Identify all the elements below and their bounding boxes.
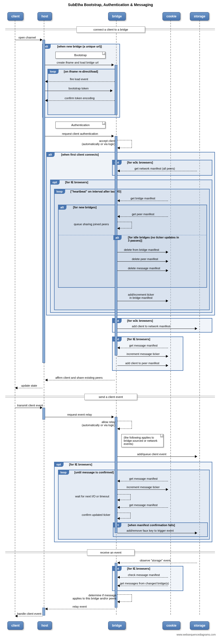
msg-wait-io: wait for next I/O or timeout (75, 495, 109, 498)
arrowhead (117, 347, 120, 349)
arrowhead (166, 355, 168, 358)
group-label: [for new bridges] (73, 206, 97, 209)
msg-add-client-network: add client to network manifest (132, 325, 170, 328)
tag-alt: alt (46, 152, 55, 157)
arrow (117, 489, 168, 490)
msg-allow-relay: allow relay (automatically or via logic) (82, 420, 115, 427)
arrow (120, 507, 168, 508)
arrow (45, 417, 114, 417)
arrow (47, 380, 115, 380)
tag-alt: alt (58, 205, 66, 210)
msg-delete-bridge: delete from bridge manifest (124, 248, 159, 251)
divider-connect: connect a client to a bridge (76, 26, 145, 33)
participant-storage-bottom: storage (190, 621, 209, 630)
arrowhead (45, 379, 47, 381)
arrowhead (195, 327, 197, 330)
activation-bridge-4 (115, 563, 117, 608)
group-label: [until message is confirmed] (74, 471, 114, 474)
participant-cookie-bottom: cookie (162, 621, 180, 630)
msg-faux-key: add/remove faux key to trigger event (127, 529, 174, 532)
arrow (117, 301, 168, 301)
arrowhead (117, 499, 120, 501)
participant-bridge-top: bridge (108, 12, 126, 21)
activation-host-3 (42, 608, 45, 616)
group-label: [for IE browsers] (127, 338, 150, 341)
msg-queue-sharing: queue sharing joined peers (74, 223, 109, 226)
msg-get-bridge: get bridge manifest (131, 197, 155, 200)
activation-host-2 (42, 408, 45, 420)
tag-loop: loop (48, 69, 59, 74)
arrowhead (195, 455, 197, 458)
msg-inc-msg-ticker: increment message ticker (127, 352, 160, 355)
arrow (120, 217, 168, 217)
arrowhead (110, 89, 113, 92)
group-label: [for w3c browsers] (127, 319, 153, 322)
tag-alt-idle: alt (113, 235, 122, 240)
sequence-diagram: client host bridge cookie storage connec… (3, 9, 218, 637)
arrowhead (117, 506, 120, 509)
activation-bridge-3 (115, 417, 117, 533)
msg-check-msg: check message manifest (128, 573, 160, 576)
arrowhead (195, 532, 197, 534)
group-opt-ie-4: opt [for IE browsers] (112, 566, 183, 591)
arrow (117, 271, 168, 271)
activation-bridge-1 (115, 65, 117, 115)
divider-receive: receive an event (87, 549, 134, 556)
arrow (120, 577, 168, 578)
msg-get-changed: get messages from changed bridge(s) (120, 582, 169, 585)
arrowhead (117, 600, 120, 603)
participant-client-top: client (7, 12, 23, 21)
arrow (15, 408, 42, 408)
msg-affirm-client: affirm client and share existing peers (55, 376, 103, 379)
arrow (120, 563, 197, 563)
arrowhead (117, 227, 120, 230)
arrow (117, 329, 197, 329)
arrow (45, 91, 112, 91)
arrowhead (117, 215, 120, 218)
arrow (17, 616, 42, 616)
arrowhead (117, 561, 120, 564)
msg-delete-peer: delete peer manifest (132, 257, 158, 261)
group-label: [when manifest confirmation fails] (128, 523, 175, 527)
arrow (120, 481, 168, 481)
msg-add-queue: add/queue client event (137, 453, 166, 456)
group-label: [for IE browsers] (127, 567, 150, 570)
msg-add-client-peer: add client to peer manifest (125, 362, 159, 365)
participant-cookie-top: cookie (162, 12, 180, 21)
msg-confirm-ticker: confirm updated ticker (82, 513, 110, 516)
arrowhead (117, 199, 120, 202)
group-alt-new-bridges: alt [for new bridges] (58, 205, 207, 288)
msg-relay: relay event (73, 605, 87, 608)
arrow (47, 609, 115, 609)
arrowhead (117, 147, 120, 149)
arrowhead (166, 251, 168, 253)
arrow (15, 40, 42, 40)
arrowhead (117, 170, 120, 172)
participant-host-bottom: host (37, 621, 52, 630)
msg-open-channel: open channel (18, 36, 36, 39)
msg-get-msg3: get message manifest (129, 503, 158, 507)
msg-fire-load: fire load event (70, 78, 88, 81)
msg-request-relay: request event relay (67, 413, 92, 416)
footer-credit: www.websequencediagrams.com (177, 633, 216, 636)
activation-host (42, 40, 45, 363)
arrow (120, 348, 168, 348)
msg-accept-client: accept client (automatically or via logi… (82, 139, 115, 146)
arrowhead (117, 584, 120, 587)
msg-transmit: transmit client event (17, 404, 43, 407)
msg-determine: determine if message applies to this bri… (73, 594, 116, 600)
group-label: [when new bridge (a unique url)] (57, 45, 102, 48)
arrowhead (166, 269, 168, 272)
msg-update-state: update state (21, 384, 37, 387)
msg-bootstrap-token: bootstrap token (69, 87, 89, 90)
arrowhead (166, 488, 168, 491)
arrow (47, 100, 115, 101)
arrow (117, 356, 168, 357)
group-label: [on iframe re-direct/load] (64, 70, 98, 73)
activation-bridge-2 (115, 136, 117, 355)
arrowhead (117, 576, 120, 579)
arrow (45, 136, 114, 136)
msg-request-auth: request client authentication (62, 132, 98, 135)
note-authentication: Authentication (55, 122, 105, 128)
arrow (47, 81, 115, 82)
